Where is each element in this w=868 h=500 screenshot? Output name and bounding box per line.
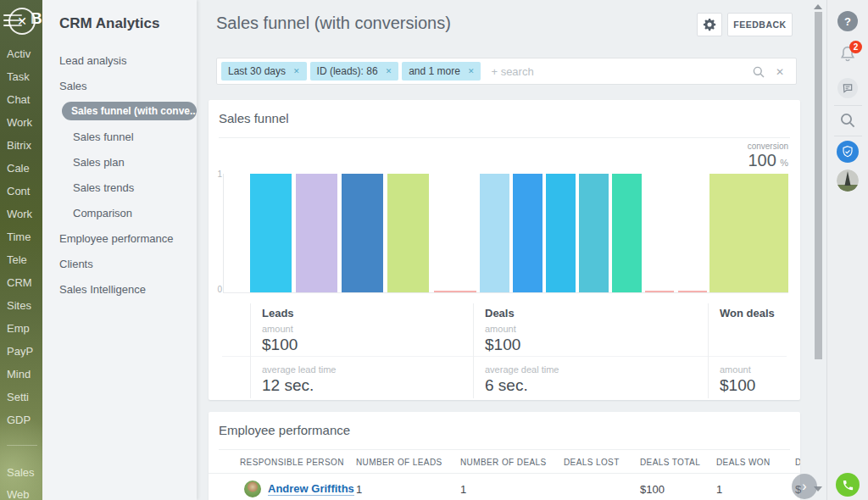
table-body: Andrew Griffiths11$1001$ — [240, 475, 800, 500]
funnel-bar-leads[interactable] — [296, 174, 337, 292]
funnel-bar-deals[interactable] — [612, 174, 642, 292]
conversion-readout: conversion 100 % — [748, 142, 788, 170]
close-panel-button[interactable]: ✕ — [8, 8, 36, 35]
stat-value: $100 — [262, 336, 298, 354]
rail-item[interactable]: Setti — [7, 391, 42, 403]
rail-item[interactable]: Sales — [7, 466, 42, 479]
employee-name-link[interactable]: Andrew Griffiths — [268, 482, 354, 496]
table-column-header: D — [795, 458, 800, 467]
funnel-bar-leads[interactable] — [387, 174, 429, 292]
employee-panel-title: Employee performance — [219, 423, 350, 437]
sidebar-item-selected[interactable]: Sales funnel (with conve... — [42, 98, 197, 124]
next-slide-button[interactable]: › — [792, 474, 817, 499]
gear-icon — [702, 17, 717, 32]
scrollbar-up-arrow[interactable] — [814, 4, 822, 9]
filter-chip[interactable]: ID (leads): 86✕ — [310, 62, 399, 81]
rail-item[interactable]: CRM — [7, 276, 42, 289]
rail-item[interactable]: Task — [7, 70, 42, 83]
rail-item[interactable]: Sites — [7, 299, 42, 312]
rail-item[interactable]: Work — [7, 116, 42, 129]
sidebar-title: CRM Analytics — [59, 15, 159, 32]
sidebar-item[interactable]: Sales — [42, 73, 197, 98]
settings-button[interactable] — [697, 13, 722, 36]
employee-avatar — [244, 481, 261, 497]
search-icon[interactable] — [752, 65, 765, 82]
page-title: Sales funnel (with conversions) — [216, 14, 451, 33]
feedback-button[interactable]: FEEDBACK — [727, 13, 793, 36]
funnel-bar-won-deals[interactable] — [709, 174, 788, 292]
funnel-bar-leads[interactable] — [434, 291, 476, 292]
funnel-bar-deals[interactable] — [645, 291, 674, 292]
sales-funnel-panel: Sales funnel conversion 100 % 1 0 Leadsa… — [209, 100, 800, 400]
funnel-panel-title: Sales funnel — [219, 111, 289, 125]
funnel-bar-deals[interactable] — [546, 174, 576, 292]
chip-remove-icon[interactable]: ✕ — [386, 67, 392, 75]
avatar-photo — [837, 169, 859, 192]
notification-badge: 2 — [849, 41, 862, 53]
rail-item[interactable]: Cont — [7, 185, 42, 197]
rail-item[interactable]: Tele — [7, 253, 42, 266]
messenger-button[interactable] — [837, 78, 858, 98]
funnel-bar-deals[interactable] — [513, 174, 542, 292]
search-icon — [839, 112, 856, 129]
sidebar-item[interactable]: Sales Intelligence — [42, 276, 197, 302]
filter-chip-label: and 1 more — [409, 65, 460, 77]
sidebar-item-label: Sales — [59, 80, 87, 92]
stat-label: amount — [262, 324, 293, 334]
sidebar-item[interactable]: Lead analysis — [42, 47, 197, 73]
rail-item[interactable]: Emp — [7, 322, 42, 335]
filter-chip[interactable]: Last 30 days✕ — [221, 62, 307, 81]
filter-chip[interactable]: and 1 more✕ — [402, 62, 481, 81]
rail-item[interactable]: Bitrix — [7, 139, 42, 152]
sidebar-item[interactable]: Comparison — [42, 200, 197, 225]
rail-item[interactable]: Chat — [7, 93, 42, 106]
funnel-bar-leads[interactable] — [342, 174, 383, 292]
table-cell: 1 — [716, 483, 795, 496]
table-column-header: RESPONSIBLE PERSON — [240, 458, 356, 467]
clear-filter-icon[interactable]: ✕ — [776, 66, 784, 78]
stat-column-leads: Leadsamount$100average lead time12 sec. — [250, 303, 473, 398]
y-axis-tick-1: 1 — [215, 169, 222, 179]
rail-item[interactable]: Cale — [7, 162, 42, 175]
stat-title: Deals — [485, 307, 515, 319]
sidebar-item[interactable]: Clients — [42, 251, 197, 276]
chip-remove-icon[interactable]: ✕ — [293, 67, 300, 75]
sidebar-item[interactable]: Sales plan — [42, 149, 197, 175]
stat-column-deals: Dealsamount$100average deal time6 sec. — [473, 303, 708, 398]
rail-item[interactable]: Mind — [7, 368, 42, 381]
table-column-header: NUMBER OF LEADS — [356, 458, 460, 467]
filter-search-bar[interactable]: Last 30 days✕ID (leads): 86✕and 1 more✕ … — [216, 58, 797, 85]
funnel-bar-deals[interactable] — [678, 291, 707, 292]
telephony-button[interactable] — [836, 473, 860, 497]
conversion-value: 100 — [748, 151, 776, 169]
user-avatar[interactable] — [837, 169, 859, 192]
sidebar-item[interactable]: Sales trends — [42, 175, 197, 200]
rail-item[interactable]: Time — [7, 231, 42, 243]
funnel-bar-deals[interactable] — [579, 174, 609, 292]
rail-item[interactable]: Web — [7, 488, 42, 500]
stat-label: average lead time — [262, 364, 336, 375]
table-cell: $100 — [640, 483, 716, 496]
y-axis — [223, 174, 224, 292]
table-header: RESPONSIBLE PERSONNUMBER OF LEADSNUMBER … — [209, 458, 800, 467]
funnel-bar-deals[interactable] — [480, 174, 509, 292]
rail-item[interactable]: Activ — [7, 47, 42, 60]
sidebar-item-label: Sales funnel — [73, 131, 134, 143]
sidebar-item-label: Comparison — [73, 207, 132, 219]
security-button[interactable] — [837, 141, 859, 163]
divider — [219, 137, 790, 138]
chip-remove-icon[interactable]: ✕ — [468, 67, 475, 75]
filter-chip-label: Last 30 days — [228, 65, 286, 77]
global-search-button[interactable] — [839, 112, 856, 132]
stat-title: Won deals — [720, 307, 775, 319]
funnel-bar-leads[interactable] — [250, 174, 292, 292]
sidebar-item[interactable]: Employee performance — [42, 225, 197, 251]
table-row: Andrew Griffiths11$1001$ — [240, 475, 800, 500]
search-placeholder: + search — [491, 65, 533, 78]
scrollbar-thumb[interactable] — [815, 12, 822, 359]
rail-item[interactable]: Work — [7, 208, 42, 220]
help-button[interactable]: ? — [837, 11, 858, 31]
rail-item[interactable]: GDP — [7, 414, 42, 426]
rail-item[interactable]: PayP — [7, 345, 42, 358]
sidebar-item[interactable]: Sales funnel — [42, 124, 197, 149]
